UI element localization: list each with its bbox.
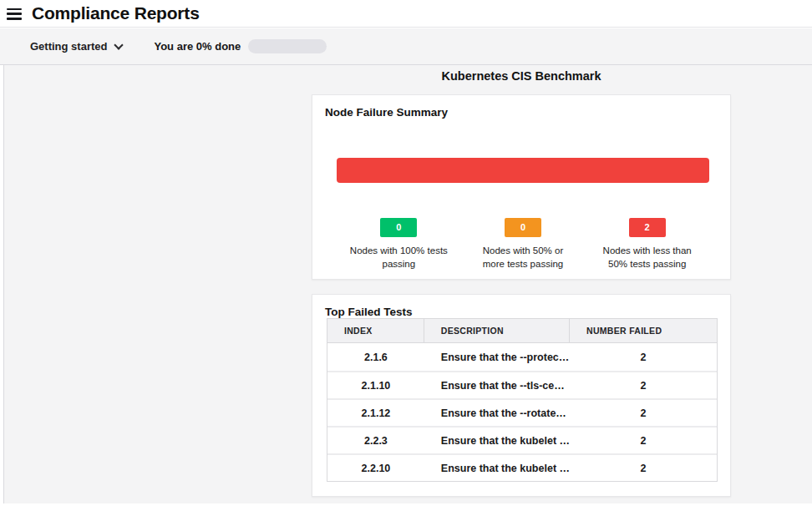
cell-number-failed: 2 [570,398,717,426]
cell-index: 2.2.3 [327,426,424,453]
cell-index: 2.1.12 [327,398,424,426]
node-stat-label: Nodes with less than50% tests passing [603,244,692,271]
node-stat: 0 Nodes with 100% testspassing [337,218,461,271]
table-row[interactable]: 2.1.6 Ensure that the --protec… 2 [327,343,717,371]
column-header-description: DESCRIPTION [424,319,570,343]
column-header-number-failed: NUMBER FAILED [570,319,717,343]
top-failed-tests-card: Top Failed Tests INDEX DESCRIPTION NUMBE… [312,294,731,497]
cell-number-failed: 2 [570,371,717,398]
node-failure-summary-title: Node Failure Summary [325,106,448,119]
getting-started-label: Getting started [30,40,107,53]
cell-description: Ensure that the kubelet … [424,426,570,453]
table-row[interactable]: 2.2.10 Ensure that the kubelet … 2 [327,453,717,481]
table-body: 2.1.6 Ensure that the --protec… 2 2.1.10… [327,343,717,481]
node-stat-label: Nodes with 100% testspassing [350,244,448,271]
cell-index: 2.1.10 [327,371,424,398]
table-row[interactable]: 2.2.3 Ensure that the kubelet … 2 [327,426,717,453]
chevron-down-icon [114,40,124,49]
node-failure-summary-card: Node Failure Summary 0 Nodes with 100% t… [312,94,731,280]
cell-description: Ensure that the --protec… [424,343,570,371]
progress-bar [248,39,327,53]
hamburger-icon[interactable] [7,8,22,20]
node-stat-badge: 0 [505,218,541,237]
main-area: Kubernetes CIS Benchmark Node Failure Su… [0,65,812,506]
node-stat-label: Nodes with 50% ormore tests passing [483,244,564,271]
cell-number-failed: 2 [570,453,717,481]
node-stat-badge: 0 [380,218,417,237]
table-row[interactable]: 2.1.12 Ensure that the --rotate… 2 [327,398,717,426]
node-stat: 0 Nodes with 50% ormore tests passing [461,218,586,271]
getting-started-banner: Getting started You are 0% done [0,28,812,65]
column-header-index: INDEX [327,319,424,343]
table-row[interactable]: 2.1.10 Ensure that the --tls-ce… 2 [327,371,717,398]
progress-text: You are 0% done [154,40,241,53]
cell-description: Ensure that the kubelet … [424,453,570,481]
node-stat: 2 Nodes with less than50% tests passing [585,218,709,271]
app-header: Compliance Reports [0,0,812,28]
cell-description: Ensure that the --rotate… [424,398,570,426]
top-failed-tests-title: Top Failed Tests [325,306,413,318]
page-title: Compliance Reports [32,3,200,23]
node-stat-badge: 2 [629,218,666,237]
cell-index: 2.2.10 [327,453,424,481]
getting-started-toggle[interactable]: Getting started [30,40,122,53]
report-outlet: Kubernetes CIS Benchmark Node Failure Su… [3,65,812,503]
cell-index: 2.1.6 [327,343,424,371]
benchmark-title: Kubernetes CIS Benchmark [312,69,731,83]
cell-number-failed: 2 [570,426,717,453]
cell-number-failed: 2 [570,343,717,371]
node-failure-stats: 0 Nodes with 100% testspassing 0 Nodes w… [337,218,709,271]
top-failed-tests-table: INDEX DESCRIPTION NUMBER FAILED 2.1.6 En… [327,318,718,482]
node-failure-bar [337,158,709,183]
table-header-row: INDEX DESCRIPTION NUMBER FAILED [327,319,717,343]
cell-description: Ensure that the --tls-ce… [424,371,570,398]
